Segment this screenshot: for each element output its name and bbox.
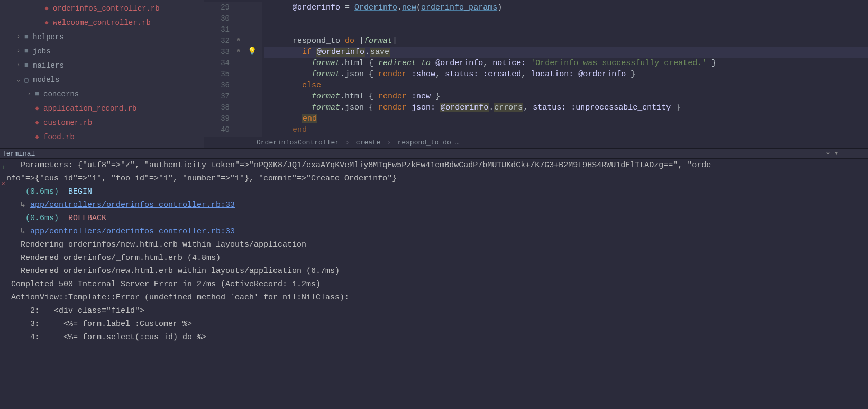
ruby-icon: ◆ — [42, 4, 51, 13]
terminal-line: ActionView::Template::Error (undefined m… — [2, 291, 868, 304]
terminal-line: Completed 500 Internal Server Error in 2… — [2, 278, 868, 291]
terminal-line: nfo"=>{"cus_id"=>"1", "foo_id"=>"1", "nu… — [2, 172, 868, 185]
editor-area: 293031323334353637383940 ⊖ 💡 ⊖ ⊟ @orderi… — [204, 0, 868, 148]
breadcrumb-part[interactable]: create — [356, 139, 381, 147]
tree-item-label: orderinfos_controller.rb — [53, 4, 160, 13]
terminal-line: (0.6ms) ROLLBACK — [2, 212, 868, 225]
breadcrumb-part[interactable]: OrderinfosController — [257, 139, 339, 147]
file-link[interactable]: app/controllers/orderinfos_controller.rb… — [30, 227, 235, 236]
breadcrumb-part[interactable]: respond_to do … — [397, 139, 459, 147]
terminal-line: Parameters: {"utf8"=>"✓", "authenticity_… — [2, 159, 868, 172]
line-number: 40 — [204, 124, 230, 135]
tree-folder[interactable]: ›■mailers — [0, 58, 204, 72]
tree-folder[interactable]: ›■concerns — [0, 87, 204, 101]
tree-folder[interactable]: ⌄▢models — [0, 72, 204, 87]
breadcrumb[interactable]: OrderinfosController › create › respond_… — [204, 137, 868, 148]
tree-file[interactable]: ◆food.rb — [0, 130, 204, 144]
close-icon[interactable]: × — [1, 177, 8, 190]
line-number: 38 — [204, 102, 230, 113]
ruby-icon: ◆ — [42, 19, 51, 27]
gutter-marks: ⊖ 💡 ⊖ ⊟ — [233, 2, 262, 137]
tree-item-label: models — [33, 76, 59, 84]
tree-folder[interactable]: ›■jobs — [0, 44, 204, 58]
plus-icon[interactable]: + — [1, 161, 8, 174]
tree-item-label: concerns — [43, 90, 79, 98]
tree-item-label: mailers — [33, 61, 64, 70]
lightbulb-icon[interactable]: 💡 — [248, 47, 257, 56]
fold-close-icon[interactable]: ⊟ — [237, 114, 240, 121]
terminal-line: Rendered orderinfos/new.html.erb within … — [2, 265, 868, 278]
file-link[interactable]: app/controllers/orderinfos_controller.rb… — [30, 201, 235, 210]
terminal-line: ↳ app/controllers/orderinfos_controller.… — [2, 198, 868, 212]
line-number: 30 — [204, 13, 230, 24]
chevron-right-icon: › — [387, 139, 391, 147]
terminal-line: Rendered orderinfos/_form.html.erb (4.8m… — [2, 251, 868, 265]
code-editor[interactable]: @orderinfo = Orderinfo.new(orderinfo_par… — [262, 2, 868, 137]
terminal-line: (0.6ms) BEGIN — [2, 185, 868, 198]
folder-icon: ■ — [22, 33, 31, 41]
ruby-icon: ◆ — [33, 104, 41, 113]
tree-item-label: welcoome_controller.rb — [53, 19, 151, 27]
terminal-title: Terminal — [2, 150, 35, 158]
tree-file[interactable]: ◆customer.rb — [0, 115, 204, 130]
tree-folder[interactable]: ›■helpers — [0, 30, 204, 44]
tree-item-label: application_record.rb — [43, 104, 136, 113]
line-number: 29 — [204, 2, 230, 13]
chevron-icon: › — [15, 62, 22, 68]
folder-icon: ■ — [22, 61, 31, 70]
terminal-line: Rendering orderinfos/new.html.erb within… — [2, 238, 868, 251]
line-number: 33 — [204, 47, 230, 58]
fold-icon[interactable]: ⊖ — [237, 48, 240, 54]
chevron-icon: › — [15, 34, 22, 40]
folder-icon: ■ — [33, 90, 41, 98]
chevron-icon: ⌄ — [15, 77, 22, 83]
chevron-icon: › — [15, 48, 22, 54]
line-number: 39 — [204, 113, 230, 124]
terminal-line: 2: <div class="field"> — [2, 304, 868, 317]
terminal-tab-header[interactable]: Terminal ✶ ▾ — [0, 148, 868, 159]
folder-icon: ■ — [22, 47, 31, 56]
project-tree[interactable]: ◆orderinfos_controller.rb◆welcoome_contr… — [0, 0, 204, 148]
terminal-line: 4: <%= form.select(:cus_id) do %> — [2, 331, 868, 344]
line-number: 34 — [204, 58, 230, 69]
chevron-right-icon: › — [345, 139, 350, 147]
tree-item-label: customer.rb — [43, 119, 92, 127]
terminal-output[interactable]: + × Parameters: {"utf8"=>"✓", "authentic… — [0, 159, 868, 409]
tree-file[interactable]: ◆welcoome_controller.rb — [0, 15, 204, 30]
line-number: 35 — [204, 69, 230, 80]
folder-open-icon: ▢ — [22, 76, 31, 84]
tree-item-label: helpers — [33, 33, 64, 41]
settings-icon[interactable]: ✶ ▾ — [826, 149, 838, 158]
line-number: 36 — [204, 80, 230, 91]
terminal-line: ↳ app/controllers/orderinfos_controller.… — [2, 225, 868, 238]
line-number: 31 — [204, 24, 230, 35]
line-number: 32 — [204, 35, 230, 47]
ruby-icon: ◆ — [33, 119, 41, 127]
tree-item-label: jobs — [33, 47, 51, 56]
line-gutter: 293031323334353637383940 — [204, 2, 233, 137]
fold-icon[interactable]: ⊖ — [237, 37, 240, 43]
line-number: 37 — [204, 91, 230, 102]
tree-item-label: food.rb — [43, 133, 75, 141]
tree-file[interactable]: ◆orderinfos_controller.rb — [0, 1, 204, 15]
terminal-line: 3: <%= form.label :Customer %> — [2, 317, 868, 331]
chevron-icon: › — [25, 91, 33, 97]
tree-file[interactable]: ◆application_record.rb — [0, 101, 204, 115]
ruby-icon: ◆ — [33, 133, 41, 141]
